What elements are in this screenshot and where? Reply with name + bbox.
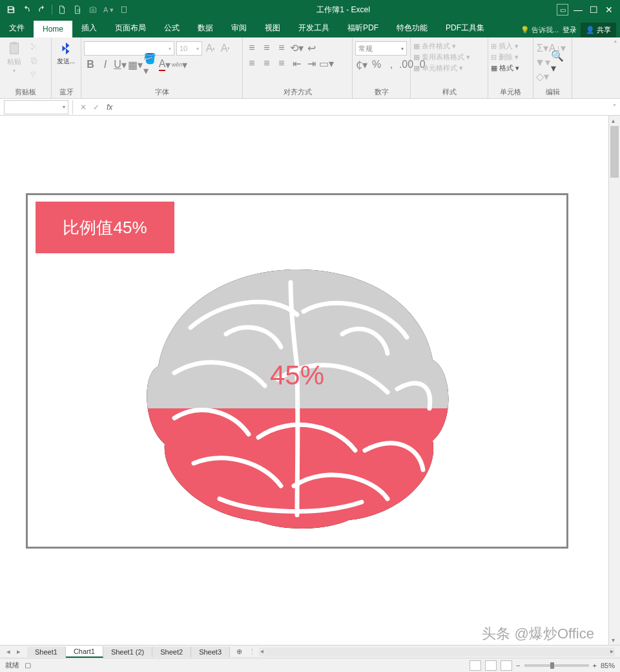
decrease-font-icon: A▾ [219,42,232,55]
new-file-icon[interactable] [55,3,69,17]
print-preview-icon[interactable] [70,3,85,17]
svg-point-0 [77,9,79,12]
align-middle-icon: ≡ [260,41,273,54]
formula-input[interactable] [116,100,609,114]
normal-view-icon[interactable] [470,660,481,671]
autosum-icon: Σ▾ [536,41,549,54]
tab-insert[interactable]: 插入 [72,19,106,37]
chart-sheet-canvas[interactable]: 比例值45% [0,116,608,645]
svg-rect-2 [122,6,127,12]
chart-value-label[interactable]: 45% [270,360,324,391]
watermark-text: 头条 @爆炒Office [482,624,594,644]
maximize-icon[interactable]: ☐ [588,4,599,16]
share-button[interactable]: 👤 共享 [581,23,616,37]
zoom-in-icon[interactable]: + [593,662,597,669]
orientation-icon: ⟲▾ [290,41,303,54]
format-cells-button[interactable]: ▦ 格式 ▾ [491,63,519,73]
comma-icon: , [385,58,398,71]
chart-title-box[interactable]: 比例值45% [36,202,174,253]
number-format-combo: 常规▾ [355,41,407,56]
align-left-icon: ≡ [245,57,258,70]
ribbon-options-icon[interactable]: ▭ [557,4,568,16]
undo-icon[interactable] [19,3,34,17]
styles-group-label: 样式 [413,86,485,98]
italic-button: I [99,58,112,71]
minimize-icon[interactable]: — [572,4,584,16]
tab-developer[interactable]: 开发工具 [289,19,338,37]
align-right-icon: ≡ [275,57,288,70]
worksheet-area: 比例值45% [0,116,620,645]
tab-foxit[interactable]: 福昕PDF [338,19,388,37]
tab-view[interactable]: 视图 [256,19,289,37]
sheet-tab[interactable]: Sheet1 (2) [103,647,152,657]
tab-data[interactable]: 数据 [189,19,222,37]
conditional-format-button: ▦ 条件格式 ▾ [413,41,456,51]
expand-formula-icon[interactable]: ˅ [609,103,620,110]
paste-button: 粘贴▾ [3,39,26,76]
status-ready: 就绪 [5,660,19,670]
chart-object[interactable]: 比例值45% [26,193,568,549]
tab-layout[interactable]: 页面布局 [106,19,155,37]
page-break-view-icon[interactable] [501,660,512,671]
tell-me-search[interactable]: 💡 告诉我... [521,25,559,35]
format-painter-icon [28,68,41,81]
alignment-group-label: 对齐方式 [245,86,349,98]
bluetooth-send-button[interactable]: 发送... [54,39,78,68]
tab-special[interactable]: 特色功能 [388,19,437,37]
align-top-icon: ≡ [245,41,258,54]
table-format-button: ▦ 套用表格格式 ▾ [413,52,470,62]
editing-group-label: 编辑 [536,86,569,98]
sheet-tab[interactable]: Sheet1 [27,647,66,657]
sheet-tab-bar: ◂▸ Sheet1 Chart1 Sheet1 (2) Sheet2 Sheet… [0,645,620,658]
sheet-tab[interactable]: Sheet3 [191,647,230,657]
increase-font-icon: A▴ [204,42,217,55]
accept-formula-icon: ✓ [90,103,103,112]
brain-pictograph [129,257,465,534]
bold-button: B [84,58,97,71]
save-icon[interactable] [4,3,18,17]
window-controls: ▭ — ☐ ✕ [552,4,620,16]
horizontal-scrollbar[interactable] [259,647,615,656]
phonetic-icon: wên▾ [173,58,186,71]
cut-icon [28,40,41,53]
insert-cells-button: ⊞ 插入 ▾ [491,41,519,51]
formula-bar: ▾ ✕ ✓ fx ˅ [0,99,620,116]
close-icon[interactable]: ✕ [603,4,615,16]
tab-review[interactable]: 审阅 [222,19,256,37]
cell-styles-button: ▦ 单元格样式 ▾ [413,63,463,73]
paste-qat-icon [117,3,131,17]
collapse-ribbon-icon[interactable]: ˄ [611,37,620,98]
svg-point-6 [31,48,32,49]
name-box[interactable]: ▾ [4,100,68,114]
redo-icon[interactable] [35,3,49,17]
fx-icon[interactable]: fx [107,103,112,112]
zoom-slider[interactable] [524,664,589,667]
tab-formula[interactable]: 公式 [155,19,189,37]
font-family-combo: ▾ [84,41,174,56]
add-sheet-button[interactable]: ⊕ [230,646,249,657]
tab-home[interactable]: Home [34,21,72,37]
vertical-scrollbar[interactable] [608,116,620,645]
find-icon[interactable]: 🔍▾ [551,56,564,68]
fill-icon: ▼▾ [536,56,549,68]
sheet-tab[interactable]: Sheet2 [152,647,191,657]
font-size-combo: 10▾ [176,41,202,56]
macro-record-icon[interactable]: ▢ [25,661,31,669]
wrap-text-icon: ↩ [305,41,318,54]
underline-button: U▾ [114,58,127,71]
sheet-nav[interactable]: ◂▸ [0,647,27,656]
sheet-tab[interactable]: Chart1 [66,646,103,658]
currency-icon: ₵▾ [355,58,368,71]
svg-point-1 [92,9,94,11]
login-button[interactable]: 登录 [563,25,577,35]
ribbon-tabs: 文件 Home 插入 页面布局 公式 数据 审阅 视图 开发工具 福昕PDF 特… [0,19,620,37]
tab-file[interactable]: 文件 [0,19,34,37]
zoom-out-icon[interactable]: − [516,662,520,669]
font-group-label: 字体 [84,86,240,98]
indent-decrease-icon: ⇤ [290,57,303,70]
zoom-level[interactable]: 85% [601,662,615,669]
tab-pdftools[interactable]: PDF工具集 [437,19,493,37]
camera-icon [86,3,100,17]
percent-icon: % [370,58,383,71]
page-layout-view-icon[interactable] [485,660,497,671]
